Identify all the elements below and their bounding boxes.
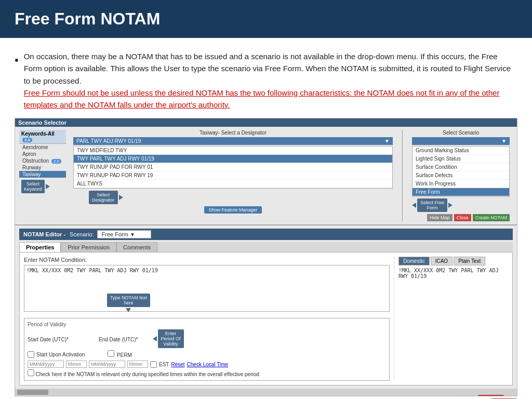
condition-label: Enter NOTAM Condition: (24, 257, 390, 263)
designator-header-label: Taxiway- Select a Designator (73, 130, 393, 136)
scenario-value-text: Free Form (102, 231, 128, 237)
designator-list: TWY MIDFIELD TWY TWY PARL TWY ADJ RWY 01… (73, 146, 393, 189)
scenario-work-in-progress[interactable]: Work In Progress (413, 180, 509, 188)
left-panel: Keywords-All 2.0 Aerodrome Apron Obstruc… (19, 130, 66, 221)
period-validity: Period of Validity Start Date (UTC)* End… (24, 318, 390, 381)
scenario-surface-condition[interactable]: Surface Condition (413, 163, 509, 171)
panel-divider (402, 130, 403, 221)
select-keyword-box: SelectKeyword (21, 180, 45, 193)
tab-comments[interactable]: Comments (116, 242, 157, 252)
scenario-lighted-sign[interactable]: Lighted Sign Status (413, 155, 509, 163)
period-title: Period of Validity (28, 322, 386, 327)
designator-item-1[interactable]: TWY MIDFIELD TWY (74, 147, 392, 155)
select-keyword-area: SelectKeyword (21, 180, 66, 193)
select-keyword-arrow (46, 184, 50, 189)
designator-selected: PARL TWY ADJ RWY 01/19 (76, 138, 141, 144)
keyword-apron[interactable]: Apron (19, 151, 66, 157)
scenario-header-label: Select Scenario (412, 130, 510, 136)
designator-item-4[interactable]: TWY RUNUP PAD FOR RWY 19 (74, 171, 392, 180)
start-upon-activation-row: Start Upon Activation PERM (28, 350, 386, 359)
end-time-input[interactable] (127, 361, 148, 368)
center-panel: Taxiway- Select a Designator PARL TWY AD… (70, 130, 396, 221)
scenario-label: Scenario: (70, 231, 94, 237)
perm-checkbox[interactable] (108, 350, 114, 357)
scenario-ground-marking[interactable]: Ground Marking Status (413, 147, 509, 155)
dtab-icao[interactable]: ICAO (431, 257, 453, 265)
start-upon-activation-checkbox[interactable] (28, 351, 34, 358)
designator-arrow: ▼ (384, 138, 390, 144)
dtab-plain-text[interactable]: Plain Text (454, 257, 485, 265)
tn-logo: TN (477, 395, 504, 396)
scenario-surface-defects[interactable]: Surface Defects (413, 171, 509, 180)
notam-editor-header: NOTAM Editor - Scenario: Free Form ▼ (19, 229, 513, 240)
select-designator-arrow (119, 195, 123, 200)
right-panel: Select Scenario ▼ Ground Marking Status … (409, 130, 513, 221)
bullet-text-block: On occasion, there may be a NOTAM that h… (24, 50, 517, 111)
keyword-obstruction[interactable]: Obstruction 2.0 (19, 157, 66, 164)
notam-editor-title: NOTAM Editor - (23, 231, 65, 237)
relevant-times-label: Check here if the NOTAM is relevant only… (36, 371, 259, 377)
enter-period-arrow (153, 336, 157, 341)
relevant-times-checkbox[interactable] (28, 369, 34, 376)
type-notam-arrow (126, 308, 131, 312)
close-button[interactable]: Close (454, 214, 471, 221)
select-free-form-area: Select FreeForm (412, 198, 510, 212)
bottom-check-row: Check here if the NOTAM is relevant only… (28, 369, 386, 377)
keyword-taxiway[interactable]: Taxiway (19, 171, 66, 178)
date-input-row: EST Reset Check Local Time (28, 361, 386, 368)
select-designator-box: SelectDesignator (89, 191, 118, 204)
est-checkbox[interactable] (150, 361, 157, 368)
notam-editor-section: NOTAM Editor - Scenario: Free Form ▼ Pro… (15, 224, 517, 389)
create-notam-button[interactable]: Create NOTAM (473, 214, 510, 221)
notam-textarea[interactable]: !MKL XX/XXX 0M2 TWY PARL TWY ADJ RWY 01/… (24, 265, 390, 312)
end-date-input[interactable] (89, 361, 125, 368)
scrollbar-thumb[interactable] (17, 390, 48, 395)
tab-prior-permission[interactable]: Prior Permission (61, 242, 116, 252)
select-free-form-arrow-left (412, 203, 416, 208)
select-designator-area: SelectDesignator (89, 191, 393, 204)
bullet-section: • On occasion, there may be a NOTAM that… (15, 50, 517, 111)
scenario-action-buttons: Hide Map Close Create NOTAM (412, 214, 510, 221)
perm-label: PERM (117, 352, 132, 358)
start-date-input[interactable] (28, 361, 64, 368)
designator-item-3[interactable]: TWY RUNUP PAD FOR RWY 01 (74, 163, 392, 171)
date-labels-row: Start Date (UTC)* End Date (UTC)* EnterP… (28, 329, 386, 348)
notam-preview-text: !MKL XX/XXX 0M2 TWY PARL TWY ADJ RWY 01/… (398, 268, 508, 279)
scenario-value-arrow: ▼ (130, 232, 135, 237)
keywords-header: Keywords-All 2.0 (19, 130, 66, 144)
designator-dropdown[interactable]: PARL TWY ADJ RWY 01/19 ▼ (73, 137, 393, 145)
scenario-dropdown[interactable]: ▼ (412, 137, 510, 145)
designator-item-2[interactable]: TWY PARL TWY ADJ RWY 01/19 (74, 155, 392, 163)
enter-period-callout: EnterPeriod OfValidity (158, 329, 184, 348)
scenario-value-box[interactable]: Free Form ▼ (97, 230, 151, 238)
reset-link[interactable]: Reset (171, 362, 184, 367)
select-free-form-arrow-right (448, 203, 453, 208)
editor-body: Enter NOTAM Condition: !MKL XX/XXX 0M2 T… (19, 252, 513, 385)
scenario-selector-inner: Keywords-All 2.0 Aerodrome Apron Obstruc… (15, 127, 517, 224)
obstruction-badge: 2.0 (51, 159, 61, 164)
keyword-aerodrome[interactable]: Aerodrome (19, 144, 66, 151)
start-upon-activation-label: Start Upon Activation (36, 352, 85, 357)
start-time-input[interactable] (66, 361, 87, 368)
select-free-form-box: Select FreeForm (417, 198, 447, 212)
bullet-paragraph-1: On occasion, there may be a NOTAM that h… (24, 50, 517, 87)
page-title: Free Form NOTAM (15, 9, 160, 28)
tab-properties[interactable]: Properties (19, 242, 61, 252)
perm-checkbox-container: PERM (108, 350, 131, 359)
designator-item-5[interactable]: ALL TWYS (74, 180, 392, 188)
domestic-tabs: Domestic ICAO Plain Text (398, 257, 508, 265)
main-content: • On occasion, there may be a NOTAM that… (0, 38, 532, 399)
keyword-runway[interactable]: Runway (19, 164, 66, 171)
hide-map-button[interactable]: Hide Map (427, 214, 453, 221)
editor-left: Enter NOTAM Condition: !MKL XX/XXX 0M2 T… (24, 257, 390, 381)
scenario-free-form[interactable]: Free Form (413, 188, 509, 196)
est-label: EST (159, 362, 169, 367)
dtab-domestic[interactable]: Domestic (398, 257, 430, 265)
keywords-badge: 2.0 (22, 138, 32, 142)
show-feature-btn[interactable]: Show Feature Manager (204, 206, 261, 214)
scenario-selector-bar: Scenario Selector (15, 118, 517, 127)
scenario-arrow-icon: ▼ (501, 138, 507, 144)
check-local-time-link[interactable]: Check Local Time (187, 362, 228, 367)
scrollbar-bottom[interactable] (15, 389, 517, 396)
scenario-select-row: Scenario: Free Form ▼ (70, 230, 151, 238)
